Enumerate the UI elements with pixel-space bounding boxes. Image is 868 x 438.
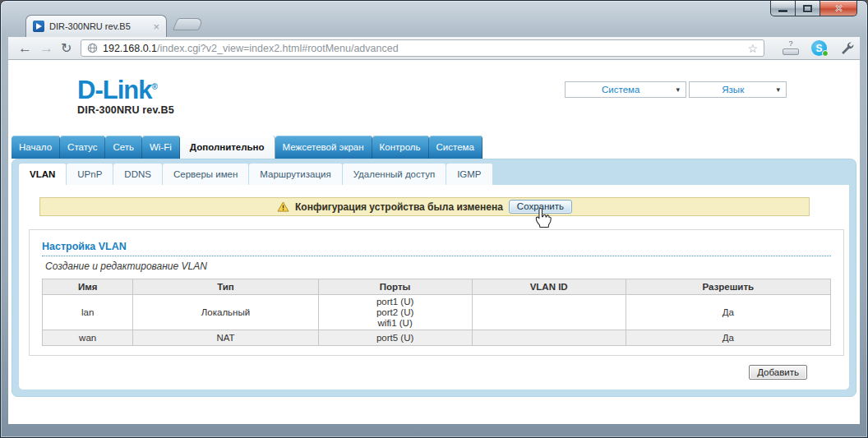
cell-allowed: Да (626, 295, 830, 330)
maximize-icon (803, 5, 812, 12)
minimize-button[interactable] (770, 1, 796, 16)
tab-close-icon[interactable]: × (153, 21, 159, 32)
globe-icon (87, 43, 98, 53)
brand-block: D-Link® DIR-300NRU rev.B5 (77, 75, 174, 116)
extension-icon[interactable]: ? (781, 40, 801, 57)
tab-advanced[interactable]: Дополнительно (180, 136, 275, 159)
subtab-ddns[interactable]: DDNS (113, 164, 163, 185)
subtab-routing[interactable]: Маршрутизация (249, 164, 342, 185)
browser-toolbar: ← → ↻ 192.168.0.1/index.cgi?v2_view=inde… (8, 37, 860, 60)
language-menu-dropdown[interactable]: Язык ▾ (689, 81, 787, 98)
cell-vlan-id (472, 330, 626, 346)
col-header-allowed: Разрешить (626, 279, 830, 295)
system-menu-dropdown[interactable]: Система ▾ (565, 81, 686, 98)
subtab-name-servers[interactable]: Серверы имен (163, 164, 249, 185)
section-subtitle: Создание и редактирование VLAN (45, 260, 831, 272)
url-path: /index.cgi?v2_view=index2.html#rootMenu/… (157, 43, 399, 54)
browser-tab[interactable]: DIR-300NRU rev.B5 × (25, 15, 167, 37)
content-panel: VLAN UPnP DDNS Серверы имен Маршрутизаци… (12, 159, 856, 397)
sub-tabs: VLAN UPnP DDNS Серверы имен Маршрутизаци… (19, 164, 493, 185)
cell-allowed: Да (626, 330, 830, 346)
router-page: D-Link® DIR-300NRU rev.B5 Система ▾ Язык… (8, 60, 860, 424)
subtab-remote-access[interactable]: Удаленный доступ (343, 164, 446, 185)
back-icon[interactable]: ← (18, 39, 32, 58)
dlink-favicon-icon (33, 21, 44, 32)
tab-home[interactable]: Начало (12, 136, 60, 159)
col-header-vlan-id: VLAN ID (472, 279, 626, 295)
dlink-logo: D-Link® (77, 75, 174, 103)
bookmark-star-icon[interactable]: ☆ (747, 43, 758, 54)
address-bar[interactable]: 192.168.0.1/index.cgi?v2_view=index2.htm… (81, 39, 764, 57)
section-title: Настройка VLAN (42, 241, 831, 256)
col-header-name: Имя (43, 279, 133, 295)
wrench-menu-icon[interactable] (840, 41, 854, 55)
window-controls (770, 1, 857, 16)
chevron-down-icon: ▾ (776, 85, 786, 94)
subtab-upnp[interactable]: UPnP (67, 164, 113, 185)
warning-icon (277, 201, 289, 212)
col-header-type: Тип (133, 279, 318, 295)
tab-system[interactable]: Система (429, 136, 482, 159)
device-model: DIR-300NRU rev.B5 (77, 104, 174, 116)
chevron-down-icon: ▾ (676, 85, 686, 94)
window-titlebar: DIR-300NRU rev.B5 × (1, 1, 867, 37)
cell-ports: port1 (U) port2 (U) wifi1 (U) (318, 295, 472, 330)
config-changed-notice: Конфигурация устройства была изменена Со… (39, 197, 810, 216)
tab-status[interactable]: Статус (60, 136, 105, 159)
vlan-settings-panel: Настройка VLAN Создание и редактирование… (29, 229, 844, 356)
main-tabs: Начало Статус Сеть Wi-Fi Дополнительно М… (12, 136, 482, 159)
add-button[interactable]: Добавить (749, 365, 807, 380)
hand-cursor-icon (533, 207, 553, 231)
forward-icon[interactable]: → (39, 39, 53, 58)
content-area: Конфигурация устройства была изменена Со… (19, 185, 849, 390)
close-icon (834, 4, 843, 12)
subtab-igmp[interactable]: IGMP (446, 164, 492, 185)
tab-wifi[interactable]: Wi-Fi (142, 136, 180, 159)
tab-firewall[interactable]: Межсетевой экран (275, 136, 372, 159)
maximize-button[interactable] (796, 1, 820, 16)
table-header-row: Имя Тип Порты VLAN ID Разрешить (43, 279, 831, 295)
subtab-vlan[interactable]: VLAN (19, 164, 67, 185)
new-tab-button[interactable] (173, 18, 205, 30)
cell-name: lan (43, 295, 133, 330)
table-row-lan[interactable]: lan Локальный port1 (U) port2 (U) wifi1 … (43, 295, 831, 330)
close-button[interactable] (820, 1, 857, 16)
top-menus: Система ▾ Язык ▾ (565, 81, 787, 98)
cell-name: wan (43, 330, 133, 346)
browser-window: DIR-300NRU rev.B5 × ← → ↻ (0, 0, 868, 438)
url-text: 192.168.0.1/index.cgi?v2_view=index2.htm… (103, 43, 742, 54)
cell-type: NAT (133, 330, 318, 346)
cell-ports: port5 (U) (318, 330, 472, 346)
cell-vlan-id (472, 295, 626, 330)
skype-icon[interactable]: S (811, 40, 827, 56)
col-header-ports: Порты (318, 279, 472, 295)
tab-control[interactable]: Контроль (372, 136, 429, 159)
tab-network[interactable]: Сеть (105, 136, 142, 159)
minimize-icon (778, 10, 787, 12)
table-row-wan[interactable]: wan NAT port5 (U) Да (43, 330, 831, 346)
browser-client: ← → ↻ 192.168.0.1/index.cgi?v2_view=inde… (8, 37, 860, 424)
cell-type: Локальный (133, 295, 318, 330)
url-host: 192.168.0.1 (103, 43, 157, 54)
vlan-table: Имя Тип Порты VLAN ID Разрешить lan (42, 279, 831, 346)
reload-icon[interactable]: ↻ (61, 39, 72, 58)
tab-title: DIR-300NRU rev.B5 (49, 21, 148, 31)
notice-message: Конфигурация устройства была изменена (295, 201, 503, 213)
